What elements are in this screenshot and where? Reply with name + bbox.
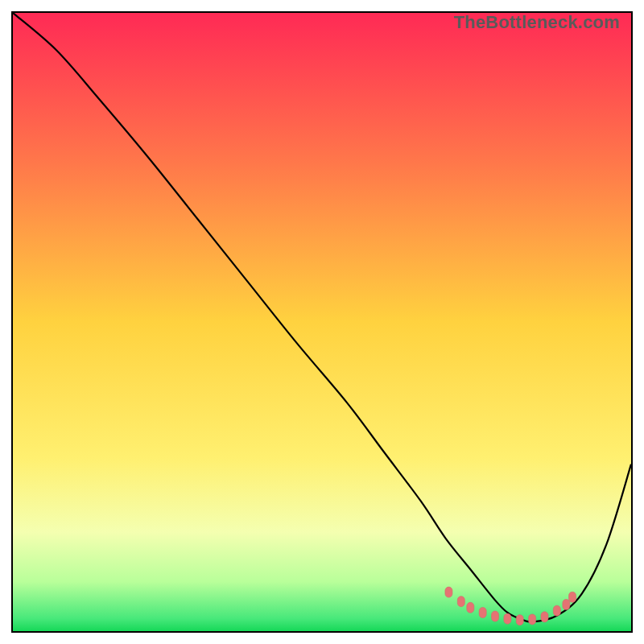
chart-plot — [13, 13, 631, 631]
dot-marker — [516, 615, 523, 625]
dot-marker — [492, 611, 499, 621]
dot-marker — [445, 587, 452, 597]
dot-marker — [467, 602, 474, 613]
dot-marker — [563, 599, 570, 609]
chart-frame: TheBottleneck.com — [11, 11, 633, 633]
dot-marker — [541, 612, 548, 622]
watermark-text: TheBottleneck.com — [454, 12, 620, 33]
dot-marker — [569, 592, 576, 602]
dot-marker — [479, 607, 486, 617]
dot-marker — [529, 614, 536, 625]
dot-marker — [504, 613, 511, 624]
dot-marker — [457, 597, 464, 607]
dot-marker — [553, 605, 560, 616]
